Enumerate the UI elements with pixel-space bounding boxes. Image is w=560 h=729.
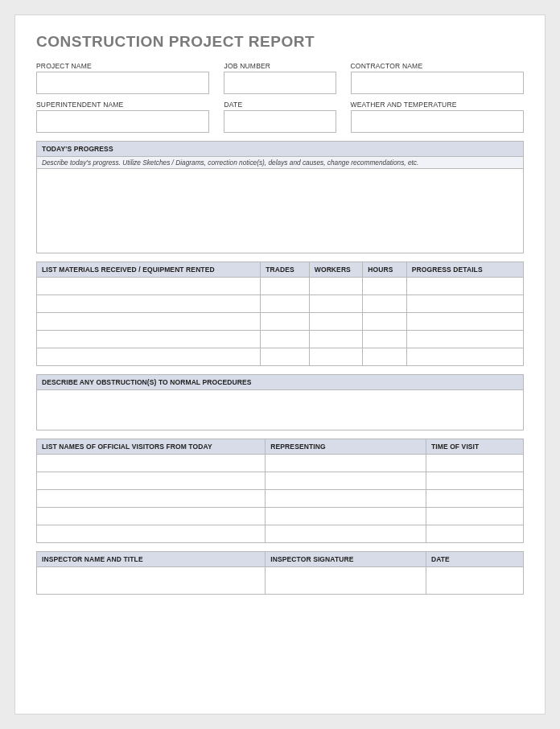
visitors-cell[interactable] (37, 508, 266, 525)
inspector-header-col2: INSPECTOR SIGNATURE (266, 552, 426, 567)
materials-cell[interactable] (309, 331, 363, 348)
visitors-cell[interactable] (266, 490, 426, 508)
progress-table: TODAY'S PROGRESS Describe today's progre… (36, 141, 524, 253)
weather-label: WEATHER AND TEMPERATURE (351, 101, 524, 109)
progress-instruction: Describe today's progress. Utilize Sketc… (37, 157, 524, 169)
progress-value-cell[interactable] (37, 169, 524, 253)
visitors-header-col1: LIST NAMES OF OFFICIAL VISITORS FROM TOD… (37, 439, 266, 455)
materials-cell[interactable] (261, 313, 310, 331)
materials-cell[interactable] (406, 295, 523, 313)
visitors-table: LIST NAMES OF OFFICIAL VISITORS FROM TOD… (36, 439, 524, 543)
table-row (37, 490, 524, 508)
materials-header-col4: HOURS (363, 262, 406, 278)
weather-input[interactable] (351, 110, 524, 133)
materials-cell[interactable] (261, 348, 310, 366)
obstructions-section: DESCRIBE ANY OBSTRUCTION(S) TO NORMAL PR… (36, 374, 524, 430)
table-row (37, 508, 524, 525)
obstructions-table: DESCRIBE ANY OBSTRUCTION(S) TO NORMAL PR… (36, 374, 524, 430)
materials-header-col5: PROGRESS DETAILS (406, 262, 523, 278)
superintendent-name-label: SUPERINTENDENT NAME (36, 101, 209, 109)
job-number-field: JOB NUMBER (224, 62, 336, 94)
visitors-header-col2: REPRESENTING (266, 439, 426, 455)
inspector-header-col3: DATE (426, 552, 523, 567)
table-row (37, 331, 524, 348)
materials-section: LIST MATERIALS RECEIVED / EQUIPMENT RENT… (36, 262, 524, 366)
materials-cell[interactable] (309, 313, 363, 331)
materials-cell[interactable] (406, 331, 523, 348)
materials-cell[interactable] (261, 278, 310, 295)
table-row (37, 525, 524, 543)
visitors-cell[interactable] (266, 525, 426, 543)
date-label: DATE (224, 101, 336, 109)
visitors-cell[interactable] (266, 472, 426, 490)
weather-field: WEATHER AND TEMPERATURE (351, 101, 524, 133)
materials-cell[interactable] (37, 313, 261, 331)
visitors-cell[interactable] (426, 508, 523, 525)
superintendent-name-field: SUPERINTENDENT NAME (36, 101, 209, 133)
materials-cell[interactable] (406, 348, 523, 366)
table-row (37, 567, 524, 595)
materials-header-col2: TRADES (261, 262, 310, 278)
materials-cell[interactable] (37, 331, 261, 348)
obstructions-value-cell[interactable] (37, 390, 524, 430)
visitors-cell[interactable] (37, 455, 266, 472)
materials-cell[interactable] (363, 348, 406, 366)
project-name-label: PROJECT NAME (36, 62, 209, 70)
table-row (37, 455, 524, 472)
project-name-input[interactable] (36, 72, 209, 94)
inspector-header-col1: INSPECTOR NAME AND TITLE (37, 552, 266, 567)
progress-header: TODAY'S PROGRESS (37, 142, 524, 157)
project-name-field: PROJECT NAME (36, 62, 209, 94)
materials-cell[interactable] (363, 295, 406, 313)
obstructions-header: DESCRIBE ANY OBSTRUCTION(S) TO NORMAL PR… (37, 375, 524, 390)
page-title: CONSTRUCTION PROJECT REPORT (36, 33, 524, 51)
visitors-cell[interactable] (426, 472, 523, 490)
job-number-input[interactable] (224, 72, 336, 94)
materials-cell[interactable] (37, 278, 261, 295)
visitors-cell[interactable] (37, 490, 266, 508)
inspector-section: INSPECTOR NAME AND TITLE INSPECTOR SIGNA… (36, 551, 524, 595)
materials-cell[interactable] (406, 313, 523, 331)
field-row-2: SUPERINTENDENT NAME DATE WEATHER AND TEM… (36, 101, 524, 133)
materials-cell[interactable] (37, 348, 261, 366)
field-row-1: PROJECT NAME JOB NUMBER CONTRACTOR NAME (36, 62, 524, 94)
contractor-name-label: CONTRACTOR NAME (351, 62, 524, 70)
visitors-cell[interactable] (37, 525, 266, 543)
visitors-cell[interactable] (266, 508, 426, 525)
visitors-cell[interactable] (426, 490, 523, 508)
report-page: CONSTRUCTION PROJECT REPORT PROJECT NAME… (14, 14, 546, 715)
table-row (37, 295, 524, 313)
visitors-section: LIST NAMES OF OFFICIAL VISITORS FROM TOD… (36, 439, 524, 543)
date-field: DATE (224, 101, 336, 133)
progress-section: TODAY'S PROGRESS Describe today's progre… (36, 141, 524, 253)
visitors-cell[interactable] (266, 455, 426, 472)
contractor-name-field: CONTRACTOR NAME (351, 62, 524, 94)
inspector-signature-cell[interactable] (266, 567, 426, 595)
materials-cell[interactable] (363, 313, 406, 331)
materials-cell[interactable] (261, 331, 310, 348)
visitors-cell[interactable] (426, 455, 523, 472)
visitors-cell[interactable] (37, 472, 266, 490)
visitors-cell[interactable] (426, 525, 523, 543)
materials-cell[interactable] (309, 278, 363, 295)
materials-header-col3: WORKERS (309, 262, 363, 278)
materials-header-col1: LIST MATERIALS RECEIVED / EQUIPMENT RENT… (37, 262, 261, 278)
inspector-date-cell[interactable] (426, 567, 523, 595)
materials-cell[interactable] (261, 295, 310, 313)
materials-cell[interactable] (309, 295, 363, 313)
inspector-table: INSPECTOR NAME AND TITLE INSPECTOR SIGNA… (36, 551, 524, 595)
materials-cell[interactable] (309, 348, 363, 366)
table-row (37, 313, 524, 331)
visitors-header-col3: TIME OF VISIT (426, 439, 523, 455)
job-number-label: JOB NUMBER (224, 62, 336, 70)
contractor-name-input[interactable] (351, 72, 524, 94)
table-row (37, 348, 524, 366)
superintendent-name-input[interactable] (36, 110, 209, 133)
materials-cell[interactable] (363, 331, 406, 348)
table-row (37, 278, 524, 295)
materials-cell[interactable] (406, 278, 523, 295)
inspector-name-cell[interactable] (37, 567, 266, 595)
date-input[interactable] (224, 110, 336, 133)
materials-cell[interactable] (37, 295, 261, 313)
materials-cell[interactable] (363, 278, 406, 295)
